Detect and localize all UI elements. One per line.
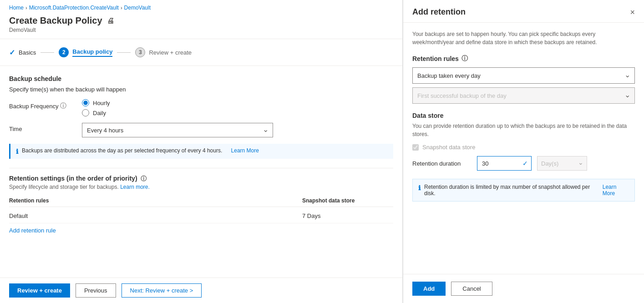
next-button[interactable]: Next: Review + create > <box>122 283 202 298</box>
panel-content: Your backups are set to happen hourly. Y… <box>403 23 644 274</box>
duration-input-wrapper <box>477 156 532 171</box>
retention-learn-more[interactable]: Learn more. <box>120 184 150 190</box>
radio-daily[interactable]: Daily <box>82 109 110 116</box>
duration-input[interactable] <box>477 156 532 171</box>
time-dropdown-wrapper: Every 4 hours Every 6 hours Every 8 hour… <box>82 123 273 137</box>
breadcrumb-vault-link[interactable]: Microsoft.DataProtection.CreateVault <box>29 5 119 11</box>
panel-desc: Your backups are set to happen hourly. Y… <box>412 30 635 46</box>
step-basics[interactable]: ✓ Basics <box>9 46 36 59</box>
page-subtitle: DemoVault <box>9 27 393 33</box>
data-store-title: Data store <box>412 112 635 119</box>
retention-dropdown2[interactable]: First successful backup of the day <box>412 87 635 104</box>
panel-info-banner: ℹ Retention duration is limited by max n… <box>412 179 635 202</box>
page-footer: Review + create Previous Next: Review + … <box>0 278 402 303</box>
panel-learn-more-link[interactable]: Learn More <box>603 184 629 197</box>
panel-header: Add retention × <box>403 0 644 23</box>
duration-unit-wrapper: Day(s) Week(s) Month(s) Year(s) <box>537 156 587 171</box>
step-backup-policy[interactable]: 2 Backup policy <box>59 45 112 59</box>
retention-rules-section-title: Retention rules ⓘ <box>412 55 635 63</box>
step-basics-label: Basics <box>19 49 36 56</box>
time-label: Time <box>9 126 22 132</box>
breadcrumb-home[interactable]: Home <box>9 5 24 11</box>
retention-section-title: Retention settings (in the order of prio… <box>9 175 393 183</box>
snapshot-checkbox-label: Snapshot data store <box>422 144 475 151</box>
step-review-create[interactable]: 3 Review + create <box>135 45 192 59</box>
retention-section-desc: Specify lifecycle and storage tier for b… <box>9 184 393 190</box>
divider <box>9 168 393 168</box>
frequency-radio-group: Hourly Daily <box>82 99 110 116</box>
steps-bar: ✓ Basics 2 Backup policy 3 Review + crea… <box>0 39 402 66</box>
table-row: Default 7 Days <box>9 209 393 223</box>
frequency-info-icon[interactable]: ⓘ <box>60 102 66 110</box>
step-backup-policy-label: Backup policy <box>72 48 112 57</box>
retention-dropdown1[interactable]: Backup taken every day Backup taken ever… <box>412 67 635 84</box>
panel-info-icon: ℹ <box>418 184 421 192</box>
panel-info-text: Retention duration is limited by max num… <box>424 184 593 197</box>
table-cell-rule: Default <box>9 212 302 219</box>
review-create-button[interactable]: Review + create <box>9 283 70 298</box>
table-cell-store: 7 Days <box>302 212 393 219</box>
table-header-store: Snapshot data store <box>302 197 393 204</box>
cancel-button[interactable]: Cancel <box>451 282 492 296</box>
retention-table-header: Retention rules Snapshot data store <box>9 195 393 207</box>
snapshot-checkbox-row: Snapshot data store <box>412 144 635 151</box>
schedule-info-banner: ℹ Backups are distributed across the day… <box>9 144 393 159</box>
content-area: Backup schedule Specify time(s) when the… <box>0 66 402 278</box>
step-review-label: Review + create <box>149 49 192 56</box>
breadcrumb: Home › Microsoft.DataProtection.CreateVa… <box>0 0 402 14</box>
copy-icon[interactable]: 🖨 <box>107 17 114 25</box>
radio-hourly-input[interactable] <box>82 99 89 106</box>
snapshot-checkbox <box>412 144 419 151</box>
retention-dropdown2-wrapper: First successful backup of the day <box>412 87 635 104</box>
retention-dropdown1-wrapper: Backup taken every day Backup taken ever… <box>412 67 635 84</box>
info-banner-text: Backups are distributed across the day a… <box>22 147 222 154</box>
step-basics-check: ✓ <box>9 48 15 57</box>
retention-duration-label: Retention duration <box>412 160 472 167</box>
time-dropdown[interactable]: Every 4 hours Every 6 hours Every 8 hour… <box>82 123 273 137</box>
retention-rules-section: Retention rules ⓘ Backup taken every day… <box>412 55 635 104</box>
data-store-desc: You can provide retention duration up to… <box>412 122 635 138</box>
panel-close-button[interactable]: × <box>630 8 635 16</box>
retention-rules-info-icon[interactable]: ⓘ <box>461 55 468 63</box>
info-banner-icon: ℹ <box>16 148 18 155</box>
duration-unit-select[interactable]: Day(s) Week(s) Month(s) Year(s) <box>537 156 587 171</box>
table-header-rules: Retention rules <box>9 197 302 204</box>
backup-schedule-desc: Specify time(s) when the backup will hap… <box>9 86 393 93</box>
radio-hourly-label: Hourly <box>93 100 110 106</box>
add-button[interactable]: Add <box>412 282 446 296</box>
step-review-circle: 3 <box>135 47 145 57</box>
add-retention-rule-link[interactable]: Add retention rule <box>9 227 56 234</box>
backup-frequency-label: Backup Frequency <box>9 103 58 110</box>
panel-title: Add retention <box>412 7 466 17</box>
step-sep-1 <box>41 52 54 53</box>
right-panel: Add retention × Your backups are set to … <box>403 0 644 303</box>
step-sep-2 <box>117 52 131 53</box>
learn-more-link[interactable]: Learn More <box>231 147 259 154</box>
breadcrumb-demo-vault[interactable]: DemoVault <box>124 5 151 11</box>
data-store-section: Data store You can provide retention dur… <box>412 112 635 171</box>
panel-footer: Add Cancel <box>403 274 644 303</box>
backup-frequency-row: Backup Frequency ⓘ Hourly Daily <box>9 99 393 116</box>
previous-button[interactable]: Previous <box>76 283 116 298</box>
retention-info-icon[interactable]: ⓘ <box>141 175 147 182</box>
radio-daily-input[interactable] <box>82 109 89 116</box>
radio-daily-label: Daily <box>93 110 106 116</box>
backup-schedule-title: Backup schedule <box>9 75 393 82</box>
retention-duration-row: Retention duration Day(s) Week(s) Month(… <box>412 156 635 171</box>
step-backup-policy-circle: 2 <box>59 47 69 57</box>
time-row: Time Every 4 hours Every 6 hours Every 8… <box>9 123 393 137</box>
page-title-text: Create Backup Policy <box>9 15 102 26</box>
radio-hourly[interactable]: Hourly <box>82 99 110 106</box>
